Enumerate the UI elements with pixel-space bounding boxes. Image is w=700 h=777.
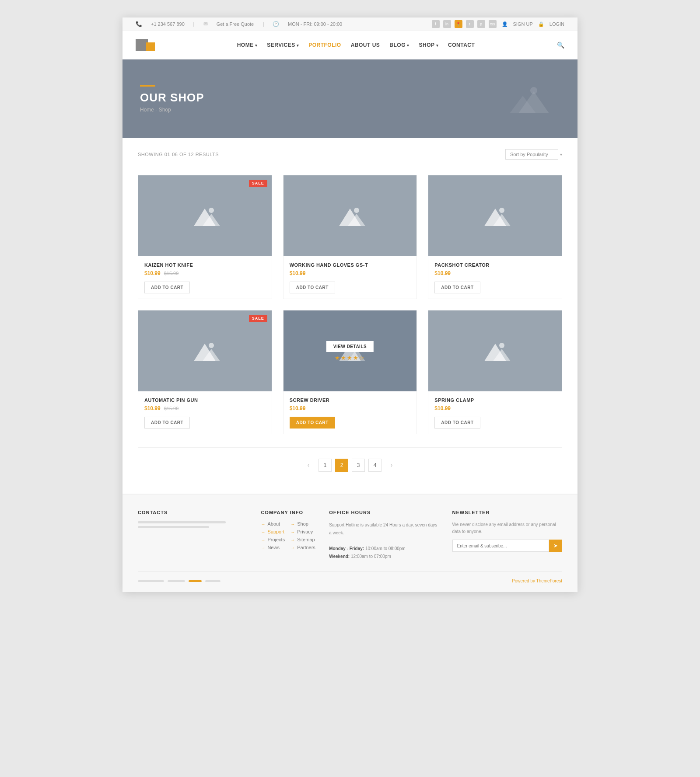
pagination-page-3[interactable]: 3 <box>352 459 365 472</box>
company-link-news[interactable]: News <box>261 545 286 550</box>
user-icon: 👤 <box>502 21 508 27</box>
office-support-text: Support Hotline is available 24 Hours a … <box>329 521 439 537</box>
add-to-cart-2[interactable]: ADD TO CART <box>290 282 335 293</box>
svg-point-14 <box>209 343 214 348</box>
phone-icon: 📞 <box>136 21 142 27</box>
add-to-cart-1[interactable]: ADD TO CART <box>144 282 190 293</box>
hours-separator: | <box>262 21 264 27</box>
top-bar-left: 📞 +1 234 567 890 | ✉ Get a Free Quote | … <box>136 21 342 27</box>
add-to-cart-5[interactable]: ADD TO CART <box>290 417 335 429</box>
product-name-6: SPRING CLAMP <box>434 397 556 403</box>
sort-select[interactable]: Sort by Popularity Sort by Price Sort by… <box>505 149 558 160</box>
top-bar-right: f in 📍 t p rss 👤 SIGN UP 🔒 LOGIN <box>432 20 564 28</box>
instagram-icon[interactable]: in <box>443 20 451 28</box>
product-image-1[interactable]: SALE <box>138 175 272 256</box>
office-weekend-hours: 12:00am to 07:00pm <box>351 554 391 559</box>
office-weekend-label: Weekend: <box>329 554 350 559</box>
pagination-page-4[interactable]: 4 <box>368 459 382 472</box>
footer-bar-3 <box>189 580 202 582</box>
product-image-6[interactable] <box>428 310 562 391</box>
showing-results: SHOWING 01-06 OF 12 RESULTS <box>138 152 219 157</box>
product-image-2[interactable] <box>284 175 417 256</box>
footer-grid: CONTACTS COMPANY INFO About Support Proj… <box>138 510 562 561</box>
company-link-shop[interactable]: Shop <box>290 521 316 526</box>
quote-separator: | <box>193 21 195 27</box>
newsletter-submit-button[interactable]: ➤ <box>549 540 562 552</box>
hero-title-line <box>140 85 155 87</box>
signup-link[interactable]: SIGN UP <box>513 21 533 27</box>
office-mf-hours: 10:00am to 08:00pm <box>365 546 406 551</box>
company-link-about[interactable]: About <box>261 521 286 526</box>
search-icon[interactable]: 🔍 <box>557 42 564 49</box>
hero-breadcrumb: Home - Shop <box>140 107 204 113</box>
sort-wrapper: Sort by Popularity Sort by Price Sort by… <box>505 149 562 160</box>
footer-company: COMPANY INFO About Support Projects News… <box>261 510 316 561</box>
login-link[interactable]: LOGIN <box>550 21 564 27</box>
pagination-page-2[interactable]: 2 <box>335 459 348 472</box>
pagination-next[interactable]: › <box>385 459 398 472</box>
company-link-support[interactable]: Support <box>261 529 286 534</box>
twitter-icon[interactable]: t <box>466 20 474 28</box>
footer-bottom-left <box>138 580 220 582</box>
price-current-4: $10.99 <box>144 405 161 411</box>
nav-contact[interactable]: CONTACT <box>448 42 475 48</box>
product-info-2: WORKING HAND GLOVES GS-T $10.99 ADD TO C… <box>284 256 417 299</box>
newsletter-text: We never disclose any email address or a… <box>452 521 562 535</box>
breadcrumb-current: Shop <box>159 107 171 113</box>
pagination-page-1[interactable]: 1 <box>318 459 332 472</box>
office-heading: OFFICE HOURS <box>329 510 439 515</box>
product-info-1: KAIZEN HOT KNIFE $10.99 $15.99 ADD TO CA… <box>138 256 272 299</box>
add-to-cart-3[interactable]: ADD TO CART <box>434 282 480 293</box>
logo[interactable] <box>136 39 155 51</box>
location-icon[interactable]: 📍 <box>455 20 462 28</box>
product-mountain-1 <box>189 205 220 227</box>
view-details-btn[interactable]: VIEW DETAILS <box>326 341 374 352</box>
company-link-partners[interactable]: Partners <box>290 545 316 550</box>
company-heading: COMPANY INFO <box>261 510 316 515</box>
product-mountain-6 <box>480 340 511 362</box>
product-info-6: SPRING CLAMP $10.99 ADD TO CART <box>428 391 562 434</box>
product-image-4[interactable]: SALE <box>138 310 272 391</box>
product-card-1: SALE KAIZEN HOT KNIFE $10.99 $15.99 ADD … <box>138 175 272 299</box>
product-card-6: SPRING CLAMP $10.99 ADD TO CART <box>428 310 562 434</box>
hero-title-section: OUR SHOP Home - Shop <box>140 85 204 113</box>
newsletter-form: ➤ <box>452 540 562 552</box>
nav-shop[interactable]: SHOP <box>419 42 439 48</box>
add-to-cart-4[interactable]: ADD TO CART <box>144 417 190 429</box>
product-grid: SALE KAIZEN HOT KNIFE $10.99 $15.99 ADD … <box>138 175 562 434</box>
nav-home[interactable]: HOME <box>237 42 258 48</box>
clock-icon: 🕐 <box>273 21 279 27</box>
product-price-4: $10.99 $15.99 <box>144 405 266 411</box>
price-old-4: $15.99 <box>164 406 179 411</box>
nav-blog[interactable]: BLOG <box>389 42 409 48</box>
pagination-prev[interactable]: ‹ <box>302 459 315 472</box>
contact-line-1 <box>138 521 226 523</box>
rss-icon[interactable]: rss <box>489 20 497 28</box>
svg-point-20 <box>499 343 504 348</box>
company-link-projects[interactable]: Projects <box>261 537 286 542</box>
newsletter-input[interactable] <box>452 540 549 552</box>
footer-bar-1 <box>138 580 164 582</box>
nav-services[interactable]: SERVICES <box>267 42 299 48</box>
logo-block2 <box>146 42 155 51</box>
hero-image <box>508 81 560 116</box>
product-name-1: KAIZEN HOT KNIFE <box>144 262 266 268</box>
product-image-3[interactable] <box>428 175 562 256</box>
free-quote-link[interactable]: Get a Free Quote <box>217 21 254 27</box>
product-image-5[interactable]: VIEW DETAILS ★★★★☆ <box>284 310 417 391</box>
company-link-sitemap[interactable]: Sitemap <box>290 537 316 542</box>
product-name-3: PACKSHOT CREATOR <box>434 262 556 268</box>
facebook-icon[interactable]: f <box>432 20 440 28</box>
nav-about[interactable]: ABOUT US <box>351 42 380 48</box>
price-current-3: $10.99 <box>434 270 451 276</box>
company-link-privacy[interactable]: Privacy <box>290 529 316 534</box>
product-price-6: $10.99 <box>434 405 556 411</box>
breadcrumb-home: Home <box>140 107 154 113</box>
contact-placeholder-lines <box>138 521 248 528</box>
breadcrumb-sep: - <box>154 107 159 113</box>
product-card-2: WORKING HAND GLOVES GS-T $10.99 ADD TO C… <box>283 175 417 299</box>
price-old-1: $15.99 <box>164 271 179 276</box>
nav-portfolio[interactable]: PORTFOLIO <box>308 42 341 48</box>
add-to-cart-6[interactable]: ADD TO CART <box>434 417 480 429</box>
pinterest-icon[interactable]: p <box>477 20 485 28</box>
